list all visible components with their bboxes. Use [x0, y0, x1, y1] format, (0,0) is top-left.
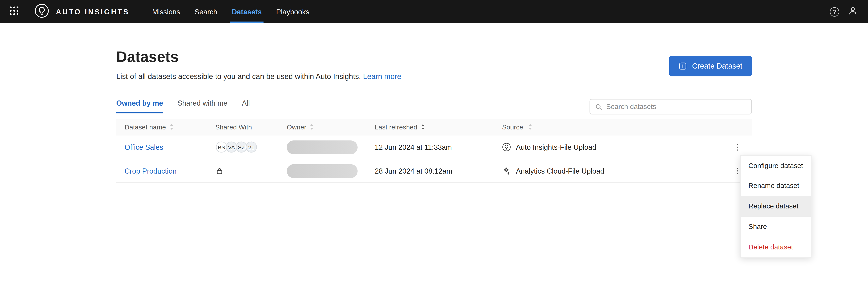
- search-datasets-box: [590, 99, 752, 114]
- dataset-link[interactable]: Crop Production: [124, 167, 177, 175]
- menu-item-share[interactable]: Share: [741, 217, 811, 237]
- column-header-source: Source: [502, 123, 723, 131]
- tab-all[interactable]: All: [242, 99, 250, 113]
- app-logo[interactable]: [34, 0, 49, 23]
- column-label: Shared With: [215, 123, 252, 131]
- nav-item-datasets[interactable]: Datasets: [224, 0, 269, 23]
- dataset-tabs: Owned by me Shared with me All: [116, 99, 250, 113]
- auto-insights-icon: [502, 143, 511, 151]
- last-refreshed-value: 12 Jun 2024 at 11:33am: [375, 143, 452, 151]
- table-row: Office Sales BS VA SZ 21 12 Jun 2024 at …: [116, 135, 752, 159]
- nav-item-missions[interactable]: Missions: [145, 0, 187, 23]
- tab-shared-with-me[interactable]: Shared with me: [177, 99, 227, 113]
- avatar-group[interactable]: BS VA SZ 21: [215, 141, 287, 153]
- last-refreshed-value: 28 Jun 2024 at 08:12am: [375, 167, 453, 175]
- menu-item-configure-dataset[interactable]: Configure dataset: [741, 156, 811, 176]
- column-label: Source: [502, 123, 523, 131]
- source-cell: Auto Insights-File Upload: [502, 143, 723, 151]
- nav-item-playbooks[interactable]: Playbooks: [269, 0, 316, 23]
- column-label: Owner: [287, 123, 306, 131]
- menu-item-replace-dataset[interactable]: Replace dataset: [741, 196, 811, 216]
- row-actions-button[interactable]: ⋮: [732, 141, 744, 153]
- menu-item-rename-dataset[interactable]: Rename dataset: [741, 176, 811, 196]
- lightbulb-logo-icon: [34, 3, 49, 20]
- last-refreshed-cell: 12 Jun 2024 at 11:33am: [375, 142, 502, 152]
- create-dataset-label: Create Dataset: [692, 62, 742, 70]
- create-dataset-button[interactable]: Create Dataset: [669, 56, 752, 76]
- avatar-overflow-count[interactable]: 21: [245, 141, 257, 153]
- column-header-shared-with: Shared With: [215, 123, 287, 131]
- menu-group: Replace dataset: [741, 196, 811, 217]
- menu-group: Share: [741, 217, 811, 237]
- sort-icon[interactable]: [310, 124, 314, 130]
- table-header-row: Dataset name Shared With Owner Last refr…: [116, 119, 752, 135]
- analytics-cloud-icon: [502, 167, 511, 175]
- tab-owned-by-me[interactable]: Owned by me: [116, 99, 163, 113]
- page-title: Datasets: [116, 49, 179, 66]
- user-account-button[interactable]: [847, 5, 858, 18]
- owner-cell: [287, 140, 375, 154]
- app-grid-icon: [9, 6, 19, 17]
- create-dataset-icon: [679, 62, 687, 70]
- primary-nav: Missions Search Datasets Playbooks: [145, 0, 317, 23]
- topbar-actions: ?: [830, 0, 868, 23]
- source-value: Analytics Cloud-File Upload: [516, 167, 604, 175]
- person-icon: [847, 5, 858, 18]
- row-actions-menu: Configure dataset Rename dataset Replace…: [740, 155, 811, 258]
- column-header-dataset-name: Dataset name: [116, 123, 215, 131]
- last-refreshed-cell: 28 Jun 2024 at 08:12am: [375, 166, 502, 176]
- search-icon: [595, 103, 602, 110]
- owner-redacted-pill: [287, 140, 358, 154]
- dataset-link[interactable]: Office Sales: [124, 143, 163, 151]
- source-cell: Analytics Cloud-File Upload: [502, 167, 723, 175]
- sort-icon[interactable]: [169, 124, 174, 130]
- menu-group: Configure dataset Rename dataset: [741, 156, 811, 196]
- source-value: Auto Insights-File Upload: [516, 143, 596, 151]
- page-subtitle: List of all datasets accessible to you a…: [116, 73, 401, 81]
- column-label: Last refreshed: [375, 123, 417, 131]
- sort-icon-active[interactable]: [421, 124, 425, 130]
- subtitle-text: List of all datasets accessible to you a…: [116, 73, 361, 81]
- help-icon[interactable]: ?: [830, 7, 839, 16]
- dataset-name-cell: Crop Production: [116, 166, 215, 176]
- dataset-name-cell: Office Sales: [116, 142, 215, 152]
- app-grid-button[interactable]: [0, 0, 28, 23]
- actions-cell: ⋮: [723, 141, 752, 153]
- owner-cell: [287, 164, 375, 178]
- shared-with-cell: BS VA SZ 21: [215, 141, 287, 153]
- search-datasets-input[interactable]: [606, 103, 746, 111]
- sort-icon[interactable]: [528, 124, 532, 130]
- learn-more-link[interactable]: Learn more: [363, 73, 401, 81]
- column-label: Dataset name: [124, 123, 166, 131]
- menu-item-delete-dataset[interactable]: Delete dataset: [741, 237, 811, 257]
- lock-icon: [215, 167, 287, 175]
- column-header-owner: Owner: [287, 123, 375, 131]
- brand-name: AUTO INSIGHTS: [56, 0, 129, 23]
- owner-redacted-pill: [287, 164, 358, 178]
- shared-with-cell: [215, 167, 287, 175]
- auto-insights-page: AUTO INSIGHTS Missions Search Datasets P…: [0, 0, 868, 291]
- nav-item-search[interactable]: Search: [187, 0, 225, 23]
- column-header-last-refreshed: Last refreshed: [375, 123, 502, 131]
- datasets-table: Dataset name Shared With Owner Last refr…: [116, 119, 752, 183]
- top-bar: AUTO INSIGHTS Missions Search Datasets P…: [0, 0, 868, 23]
- table-row: Crop Production 28 Jun 2024 at 08:12am: [116, 159, 752, 183]
- menu-group: Delete dataset: [741, 237, 811, 257]
